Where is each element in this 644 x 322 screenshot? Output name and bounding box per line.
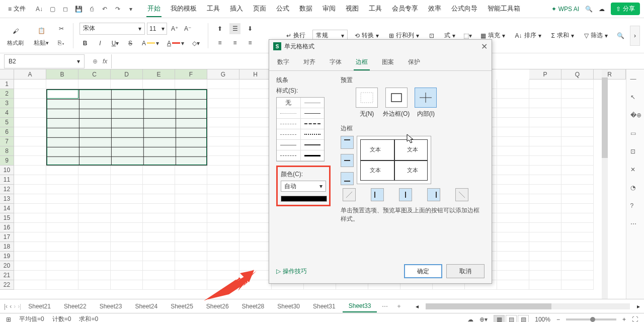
align-middle-icon[interactable]: ☰ xyxy=(229,23,240,34)
line-style-option[interactable] xyxy=(301,119,325,129)
align-top-icon[interactable]: ⬆ xyxy=(214,23,225,34)
preset-outer-button[interactable] xyxy=(385,88,408,108)
settings-icon[interactable]: �⊕ xyxy=(630,112,640,122)
row-header[interactable]: 1 xyxy=(0,79,14,89)
shrink-font-icon[interactable]: A⁻ xyxy=(182,23,193,34)
line-style-none[interactable]: 无 xyxy=(277,98,301,108)
preset-none-button[interactable] xyxy=(356,88,378,108)
border-diag-up-button[interactable] xyxy=(343,188,356,201)
paste-group[interactable]: 📋 粘贴▾ xyxy=(31,24,52,47)
row-header[interactable]: 10 xyxy=(0,166,14,175)
dropdown-icon[interactable]: ▾ xyxy=(126,5,135,14)
dialog-tab-protect[interactable]: 保护 xyxy=(406,55,422,70)
help-icon[interactable]: ? xyxy=(630,202,640,212)
sheet-menu-icon[interactable]: ⋯ xyxy=(378,301,392,312)
search-icon[interactable]: 🔍 xyxy=(585,6,593,13)
scroll-left-icon[interactable]: ◂ xyxy=(416,303,419,310)
font-name-select[interactable]: 宋体 ▾ xyxy=(79,23,145,35)
line-style-option[interactable] xyxy=(301,140,325,150)
print-icon[interactable]: ⎙ xyxy=(87,5,96,14)
sheet-tab[interactable]: Sheet23 xyxy=(94,301,128,312)
line-style-option[interactable] xyxy=(277,140,301,150)
align-left-icon[interactable]: ≡ xyxy=(214,37,225,48)
row-header[interactable]: 15 xyxy=(0,213,14,223)
target-icon[interactable]: ⊕▾ xyxy=(479,316,488,323)
line-style-option[interactable] xyxy=(277,150,301,160)
gallery-icon[interactable]: ⊡ xyxy=(630,148,640,158)
page-view-icon[interactable]: ▤ xyxy=(506,315,517,323)
border-left-button[interactable] xyxy=(371,188,384,201)
row-header[interactable]: 18 xyxy=(0,242,14,252)
sheet-tab[interactable]: Sheet31 xyxy=(307,301,342,312)
sheet-tab[interactable]: Sheet21 xyxy=(22,301,57,312)
row-header[interactable]: 5 xyxy=(0,118,14,127)
scrollbar-thumb[interactable] xyxy=(602,77,608,158)
sort-button[interactable]: A↓排序▾ xyxy=(512,29,544,42)
tab-tools[interactable]: 工具 xyxy=(206,1,221,17)
line-style-option[interactable] xyxy=(277,119,301,129)
col-header[interactable]: H xyxy=(239,69,272,79)
zoom-out-icon[interactable]: − xyxy=(556,316,560,323)
row-header[interactable]: 9 xyxy=(0,156,14,166)
row-header[interactable]: 21 xyxy=(0,271,14,280)
horizontal-scrollbar[interactable]: ◂ ▸ xyxy=(416,303,640,310)
ribbon-expand-button[interactable]: › xyxy=(630,26,640,46)
align-bottom-icon[interactable]: ⬇ xyxy=(245,23,256,34)
layout-icon[interactable]: ▭ xyxy=(630,130,640,140)
dialog-tab-number[interactable]: 数字 xyxy=(275,55,291,70)
sheet-tab[interactable]: Sheet22 xyxy=(58,301,93,312)
line-style-option[interactable] xyxy=(301,129,325,139)
tab-smart-toolbox[interactable]: 智能工具箱 xyxy=(487,1,521,17)
sheet-tab[interactable]: Sheet24 xyxy=(129,301,164,312)
color-select[interactable]: 自动 ▾ xyxy=(281,181,326,192)
border-hmiddle-button[interactable] xyxy=(341,154,354,167)
line-style-option[interactable] xyxy=(277,108,301,118)
ok-button[interactable]: 确定 xyxy=(404,264,442,278)
row-header[interactable]: 11 xyxy=(0,175,14,185)
col-header[interactable]: G xyxy=(207,69,239,79)
highlight-button[interactable]: A▾ xyxy=(140,38,161,49)
line-style-list[interactable]: 无 xyxy=(276,97,325,162)
row-header[interactable]: 7 xyxy=(0,137,14,146)
cancel-icon[interactable]: ⊕ xyxy=(93,58,98,65)
select-all-corner[interactable] xyxy=(0,69,14,79)
row-header[interactable]: 13 xyxy=(0,194,14,204)
tab-formula-guide[interactable]: 公式向导 xyxy=(450,1,478,17)
zoom-in-icon[interactable]: + xyxy=(622,316,626,323)
row-header[interactable]: 6 xyxy=(0,127,14,137)
line-style-option[interactable] xyxy=(301,98,325,108)
sort-asc-icon[interactable]: A↓ xyxy=(35,5,44,14)
line-style-option[interactable] xyxy=(277,129,301,139)
row-header[interactable]: 20 xyxy=(0,261,14,271)
row-header[interactable]: 22 xyxy=(0,280,14,290)
tab-formula[interactable]: 公式 xyxy=(275,1,290,17)
row-header[interactable]: 14 xyxy=(0,204,14,213)
font-color-button[interactable]: A▾ xyxy=(165,38,186,49)
sum-button[interactable]: Σ求和▾ xyxy=(548,29,577,42)
row-header[interactable]: 16 xyxy=(0,223,14,232)
more-icon[interactable]: ⋯ xyxy=(630,220,640,230)
filter-button[interactable]: ▽筛选▾ xyxy=(581,29,611,42)
col-header[interactable]: E xyxy=(143,69,175,79)
normal-view-icon[interactable]: ▦ xyxy=(494,315,505,323)
first-sheet-icon[interactable]: |‹ xyxy=(4,303,8,310)
tab-page[interactable]: 页面 xyxy=(252,1,267,17)
underline-button[interactable]: U▾ xyxy=(110,38,121,49)
chart-icon[interactable]: ◔ xyxy=(630,184,640,194)
tab-member[interactable]: 会员专享 xyxy=(391,1,419,17)
new-icon[interactable]: ▢ xyxy=(48,5,57,14)
cancel-button[interactable]: 取消 xyxy=(446,264,485,278)
add-sheet-icon[interactable]: + xyxy=(393,301,405,312)
vertical-scrollbar[interactable] xyxy=(602,69,608,299)
col-header[interactable]: P xyxy=(529,69,561,79)
copy-icon[interactable]: ⎘▾ xyxy=(56,37,67,48)
fullscreen-icon[interactable]: ⛶ xyxy=(632,316,638,323)
open-icon[interactable]: ◻ xyxy=(61,5,70,14)
last-sheet-icon[interactable]: ›| xyxy=(18,303,21,310)
border-diag-down-button[interactable] xyxy=(455,188,468,201)
scroll-right-icon[interactable]: ▸ xyxy=(637,303,640,310)
col-header[interactable]: F xyxy=(175,69,207,79)
tips-link[interactable]: ▷ 操作技巧 xyxy=(276,267,307,276)
status-icon[interactable]: ⊞ xyxy=(6,316,11,323)
wps-ai-button[interactable]: ✦ WPS AI xyxy=(551,6,579,13)
